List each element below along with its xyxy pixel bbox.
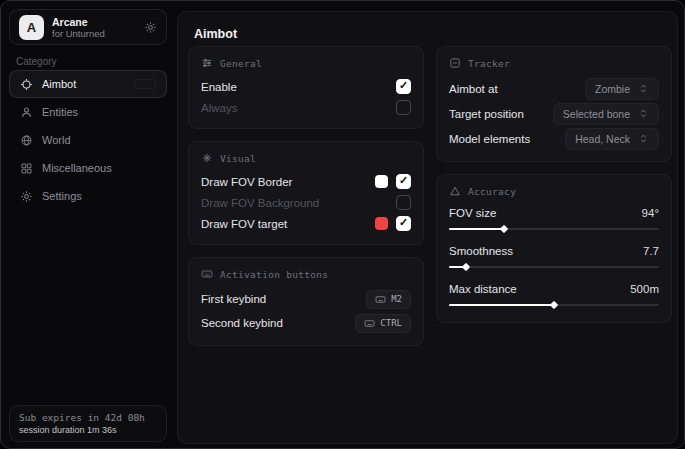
- main-panel: Aimbot General Enable: [177, 11, 678, 444]
- sidebar-nav: Aimbot Entities: [9, 70, 167, 210]
- max-distance-slider[interactable]: [449, 300, 659, 310]
- fov-size-group: FOV size 94°: [449, 204, 659, 234]
- aimbot-at-dropdown[interactable]: Zombie: [585, 78, 659, 100]
- general-card: General Enable Always: [188, 46, 424, 129]
- header-gear-icon[interactable]: [144, 21, 157, 34]
- person-icon: [20, 106, 33, 119]
- enable-checkbox[interactable]: [396, 79, 411, 94]
- app-logo: A: [19, 15, 44, 40]
- sidebar-item-miscellaneous[interactable]: Miscellaneous: [9, 154, 167, 182]
- minus-square-icon: [449, 57, 461, 69]
- toggle-label: Draw FOV Border: [201, 176, 292, 188]
- card-title: Accuracy: [468, 186, 516, 197]
- slider-label: Max distance: [449, 283, 517, 295]
- app-subtitle: for Unturned: [52, 28, 105, 39]
- fov-border-checkbox[interactable]: [396, 174, 411, 189]
- max-distance-value: 500m: [630, 283, 659, 295]
- keybind-value: CTRL: [380, 318, 402, 328]
- second-keybind-button[interactable]: CTRL: [355, 314, 411, 333]
- sidebar-item-aimbot[interactable]: Aimbot: [9, 70, 167, 98]
- visual-card-header: Visual: [201, 152, 411, 164]
- app-title-block: Arcane for Unturned: [52, 16, 105, 39]
- sidebar-item-label: Settings: [42, 190, 82, 202]
- select-label: Target position: [449, 108, 524, 120]
- toggle-label: Draw FOV Background: [201, 197, 319, 209]
- category-label: Category: [16, 56, 57, 67]
- activation-card: Activation buttons First keybind M2 S: [188, 257, 424, 346]
- accuracy-card-header: Accuracy: [449, 185, 659, 197]
- app-name: Arcane: [52, 16, 105, 28]
- sidebar-item-settings[interactable]: Settings: [9, 182, 167, 210]
- row-controls: [375, 174, 411, 189]
- keybind-row: First keybind M2: [201, 287, 411, 311]
- sidebar: A Arcane for Unturned Category: [1, 1, 175, 448]
- smoothness-slider[interactable]: [449, 262, 659, 272]
- sidebar-item-world[interactable]: World: [9, 126, 167, 154]
- sidebar-item-label: Entities: [42, 106, 78, 118]
- max-distance-group: Max distance 500m: [449, 280, 659, 310]
- chevron-updown-icon: [638, 133, 649, 144]
- toggle-row: Always: [201, 97, 411, 118]
- sidebar-item-entities[interactable]: Entities: [9, 98, 167, 126]
- select-row: Target position Selected bone: [449, 101, 659, 126]
- visual-card: Visual Draw FOV Border Draw FOV Backgrou…: [188, 141, 424, 245]
- fov-target-color-swatch[interactable]: [375, 217, 388, 230]
- tracker-card: Tracker Aimbot at Zombie Target posit: [436, 46, 672, 162]
- slider-label-row: FOV size 94°: [449, 204, 659, 222]
- right-column: Tracker Aimbot at Zombie Target posit: [436, 46, 672, 323]
- card-title: Tracker: [468, 58, 510, 69]
- toggle-row: Draw FOV Background: [201, 192, 411, 213]
- toggle-row: Draw FOV Border: [201, 171, 411, 192]
- select-row: Model elements Head, Neck: [449, 126, 659, 151]
- slider-fill[interactable]: [449, 266, 466, 268]
- sidebar-item-label: Miscellaneous: [42, 162, 112, 174]
- slider-label-row: Max distance 500m: [449, 280, 659, 298]
- select-row: Aimbot at Zombie: [449, 76, 659, 101]
- fov-background-checkbox[interactable]: [396, 195, 411, 210]
- tracker-card-header: Tracker: [449, 57, 659, 69]
- subscription-status: Sub expires in 42d 08h session duration …: [9, 405, 167, 442]
- keybind-label: Second keybind: [201, 317, 283, 329]
- toggle-row: Enable: [201, 76, 411, 97]
- crosshair-icon: [20, 78, 33, 91]
- always-checkbox[interactable]: [396, 100, 411, 115]
- toggle-label: Draw FOV target: [201, 218, 287, 230]
- row-controls: [375, 216, 411, 231]
- dropdown-value: Head, Neck: [575, 133, 630, 145]
- page-title: Aimbot: [194, 27, 237, 41]
- sidebar-item-label: Aimbot: [42, 78, 76, 90]
- fov-size-slider[interactable]: [449, 224, 659, 234]
- fov-border-color-swatch[interactable]: [375, 175, 388, 188]
- toggle-row: Draw FOV target: [201, 213, 411, 234]
- chevron-updown-icon: [638, 108, 649, 119]
- slider-fill[interactable]: [449, 228, 504, 230]
- keybind-row: Second keybind CTRL: [201, 311, 411, 335]
- sub-expires-text: Sub expires in 42d 08h: [19, 411, 157, 424]
- toggle-label: Enable: [201, 81, 237, 93]
- card-title: General: [220, 58, 262, 69]
- sliders-icon: [201, 57, 213, 69]
- slider-label-row: Smoothness 7.7: [449, 242, 659, 260]
- keybind-value: M2: [391, 294, 402, 304]
- fov-target-checkbox[interactable]: [396, 216, 411, 231]
- app-header: A Arcane for Unturned: [9, 9, 167, 45]
- triangle-icon: [449, 185, 461, 197]
- select-label: Aimbot at: [449, 83, 498, 95]
- sidebar-item-label: World: [42, 134, 71, 146]
- target-position-dropdown[interactable]: Selected bone: [553, 103, 659, 125]
- slider-track: [449, 266, 659, 268]
- card-title: Visual: [220, 153, 256, 164]
- app-window: A Arcane for Unturned Category: [0, 0, 685, 449]
- activation-card-header: Activation buttons: [201, 268, 411, 280]
- row-controls: [396, 195, 411, 210]
- model-elements-dropdown[interactable]: Head, Neck: [565, 128, 659, 150]
- keyboard-icon: [364, 318, 375, 329]
- first-keybind-button[interactable]: M2: [366, 290, 411, 309]
- smoothness-value: 7.7: [643, 245, 659, 257]
- general-card-header: General: [201, 57, 411, 69]
- select-label: Model elements: [449, 133, 530, 145]
- toggle-label: Always: [201, 102, 237, 114]
- dropdown-value: Zombie: [595, 83, 630, 95]
- chevron-updown-icon: [638, 83, 649, 94]
- slider-fill[interactable]: [449, 304, 554, 306]
